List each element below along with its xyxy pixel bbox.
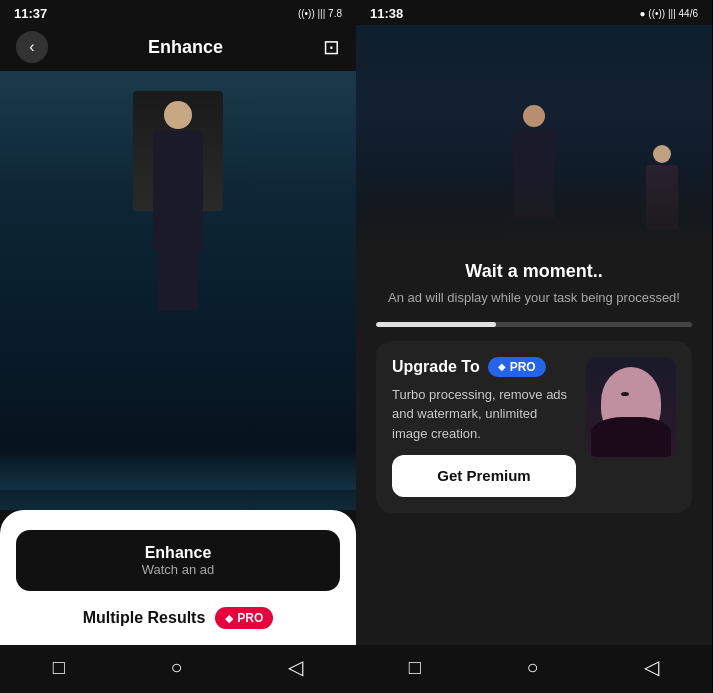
pro-badge-icon: ◆ (225, 612, 233, 625)
card-eye (621, 392, 629, 396)
enhance-button-title: Enhance (30, 544, 326, 562)
upgrade-description: Turbo processing, remove ads and waterma… (392, 385, 576, 444)
pro-badge[interactable]: ◆ PRO (215, 607, 273, 629)
right-figure-head (523, 105, 545, 127)
right-image-area (356, 25, 712, 245)
upgrade-title-text: Upgrade To (392, 358, 480, 376)
enhance-button-subtitle: Watch an ad (30, 562, 326, 577)
signal-icons-right: ● ((•)) ||| 44/6 (640, 8, 698, 19)
movie-poster (0, 71, 356, 510)
multiple-results-label: Multiple Results (83, 609, 206, 627)
header-left: ‹ Enhance ⊡ (0, 25, 356, 71)
image-area (0, 71, 356, 510)
pro-pill-text: PRO (510, 360, 536, 374)
nav-home-left[interactable]: □ (53, 656, 65, 679)
status-icons-left: ((•)) ||| 7.8 (298, 8, 342, 19)
progress-bar-fill (376, 322, 496, 327)
enhance-button[interactable]: Enhance Watch an ad (16, 530, 340, 591)
nav-bar-left: □ ○ ◁ (0, 645, 356, 693)
figure-body (153, 131, 203, 251)
status-bar-left: 11:37 ((•)) ||| 7.8 (0, 0, 356, 25)
multiple-results-row: Multiple Results ◆ PRO (16, 607, 340, 629)
card-face (601, 367, 661, 437)
bottom-panel: Enhance Watch an ad Multiple Results ◆ P… (0, 510, 356, 645)
nav-home-right[interactable]: □ (409, 656, 421, 679)
figure-legs (158, 251, 198, 311)
wait-title: Wait a moment.. (376, 261, 692, 282)
nav-back-right[interactable]: ◁ (644, 655, 659, 679)
right-content: Wait a moment.. An ad will display while… (356, 245, 712, 645)
back-button[interactable]: ‹ (16, 31, 48, 63)
upgrade-title-row: Upgrade To ◆ PRO (392, 357, 576, 377)
progress-bar (376, 322, 692, 327)
back-arrow-icon: ‹ (29, 39, 34, 55)
nav-back-left[interactable]: ◁ (288, 655, 303, 679)
page-title: Enhance (148, 37, 223, 58)
figure-silhouette (143, 101, 213, 301)
status-icons-right: ● ((•)) ||| 44/6 (640, 8, 698, 19)
upgrade-card: Upgrade To ◆ PRO Turbo processing, remov… (376, 341, 692, 514)
pro-pill-icon: ◆ (498, 361, 506, 372)
upgrade-card-content: Upgrade To ◆ PRO Turbo processing, remov… (392, 357, 576, 498)
status-time-left: 11:37 (14, 6, 47, 21)
wait-section: Wait a moment.. An ad will display while… (376, 261, 692, 308)
signal-icons-left: ((•)) ||| 7.8 (298, 8, 342, 19)
image-fade (356, 165, 712, 245)
crop-icon[interactable]: ⊡ (323, 35, 340, 59)
nav-circle-left[interactable]: ○ (170, 656, 182, 679)
left-phone: 11:37 ((•)) ||| 7.8 ‹ Enhance ⊡ Enhance … (0, 0, 356, 693)
figure-head (164, 101, 192, 129)
ground-glow (0, 450, 356, 510)
pro-pill: ◆ PRO (488, 357, 546, 377)
pro-badge-text: PRO (237, 611, 263, 625)
get-premium-button[interactable]: Get Premium (392, 455, 576, 497)
status-time-right: 11:38 (370, 6, 403, 21)
right-side-head (653, 145, 671, 163)
nav-circle-right[interactable]: ○ (526, 656, 538, 679)
right-phone: 11:38 ● ((•)) ||| 44/6 Wait a moment.. A… (356, 0, 712, 693)
upgrade-card-image (586, 357, 676, 457)
nav-bar-right: □ ○ ◁ (356, 645, 712, 693)
get-premium-text: Get Premium (437, 467, 530, 484)
wait-subtitle: An ad will display while your task being… (376, 288, 692, 308)
status-bar-right: 11:38 ● ((•)) ||| 44/6 (356, 0, 712, 25)
